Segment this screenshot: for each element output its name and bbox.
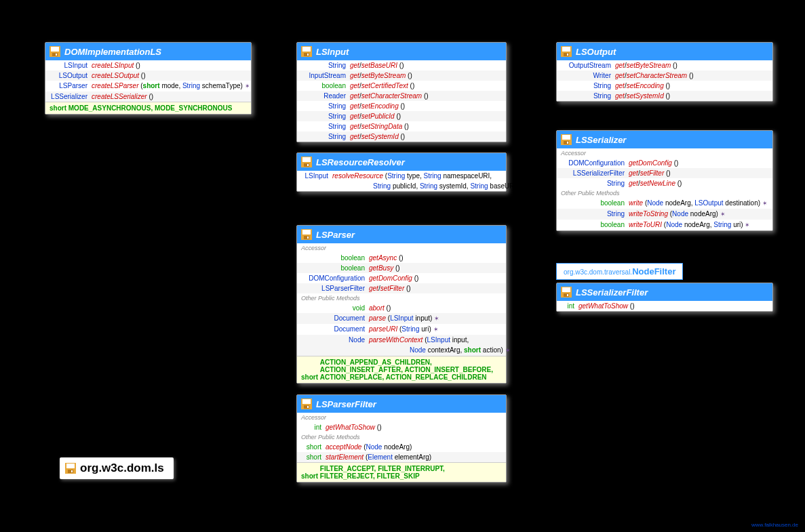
- disk-icon: [301, 157, 312, 167]
- signature: get/setFilter (): [369, 284, 502, 293]
- class-ls-parser: LSParser Accessor booleangetAsync ()bool…: [296, 225, 507, 384]
- return-type: LSOutput: [50, 71, 92, 80]
- signature: getBusy (): [369, 264, 502, 272]
- signature: get/setPublicId (): [350, 112, 502, 121]
- signature: parseURI (String uri) ✶: [369, 325, 502, 334]
- method-row: Stringget/setEncoding (): [297, 101, 506, 111]
- method-row: voidabort (): [297, 303, 506, 313]
- signature: getWhatToShow (): [578, 302, 768, 310]
- signature: write (Node nodeArg, LSOutput destinatio…: [629, 199, 768, 208]
- disk-icon: [50, 46, 60, 57]
- section-accessor: Accessor: [557, 148, 772, 158]
- return-type: DOMConfiguration: [561, 159, 629, 167]
- signature: get/setSystemId (): [615, 91, 768, 100]
- method-row: LSInputresolveResource (String type, Str…: [297, 171, 506, 181]
- disk-icon: [301, 229, 312, 240]
- method-row: booleangetBusy (): [297, 263, 506, 273]
- signature: parse (LSInput input) ✶: [369, 314, 502, 323]
- method-row: Writerget/setCharacterStream (): [557, 70, 772, 81]
- signature: get/setCharacterStream (): [615, 71, 768, 80]
- return-type: String: [561, 81, 615, 90]
- method-list: voidabort ()Documentparse (LSInput input…: [297, 303, 506, 356]
- return-type: Node: [301, 335, 369, 344]
- signature: getAsync (): [369, 253, 502, 262]
- method-list: DOMConfigurationgetDomConfig ()LSSeriali…: [557, 158, 772, 188]
- return-type: boolean: [301, 264, 369, 272]
- return-type: String: [561, 179, 629, 188]
- method-row: StringwriteToString (Node nodeArg) ✶: [557, 209, 772, 220]
- class-header: LSParser: [297, 226, 506, 243]
- section-other: Other Public Methods: [297, 293, 506, 303]
- method-row: InputStreamget/setByteStream (): [297, 70, 506, 81]
- method-list: LSInputresolveResource (String type, Str…: [297, 171, 506, 191]
- return-type: LSParser: [50, 81, 92, 91]
- method-list: OutputStreamget/setByteStream ()Writerge…: [557, 60, 772, 101]
- return-type: int: [301, 423, 326, 432]
- method-row: Readerget/setCharacterStream (): [297, 91, 506, 101]
- constants-block: short MODE_ASYNCHRONOUS, MODE_SYNCHRONOU…: [45, 102, 251, 114]
- return-type: short: [301, 443, 326, 451]
- method-row: booleanwriteToURI (Node nodeArg, String …: [557, 220, 772, 230]
- signature: get/setCertifiedText (): [350, 81, 502, 90]
- return-type: boolean: [301, 253, 369, 262]
- method-row: Documentparse (LSInput input) ✶: [297, 313, 506, 324]
- section-accessor: Accessor: [297, 243, 506, 253]
- method-row: LSParserFilterget/setFilter (): [297, 283, 506, 293]
- signature: getDomConfig (): [629, 159, 768, 167]
- return-type: LSParserFilter: [301, 284, 369, 293]
- class-title: LSParser: [316, 230, 355, 240]
- constants-block: short ACTION_APPEND_AS_CHILDREN, ACTION_…: [297, 356, 506, 383]
- class-header: LSParserFilter: [297, 395, 506, 413]
- method-list: Stringget/setBaseURI ()InputStreamget/se…: [297, 60, 506, 142]
- signature: get/setSystemId (): [350, 132, 502, 141]
- method-row: LSParsercreateLSParser (short mode, Stri…: [45, 81, 251, 91]
- method-row: DOMConfigurationgetDomConfig (): [557, 158, 772, 168]
- class-ls-serializer: LSSerializer Accessor DOMConfigurationge…: [556, 130, 773, 231]
- method-row: Stringget/setNewLine (): [557, 178, 772, 188]
- return-type: String: [301, 132, 350, 141]
- method-row: LSSerializerFilterget/setFilter (): [557, 168, 772, 178]
- method-row-continuation: Node contextArg, short action) ✶: [297, 345, 506, 356]
- method-row: Stringget/setEncoding (): [557, 81, 772, 91]
- signature: createLSInput (): [92, 61, 247, 70]
- return-type: String: [301, 112, 350, 121]
- return-type: boolean: [561, 220, 629, 230]
- signature: get/setFilter (): [629, 169, 768, 178]
- class-title: DOMImplementationLS: [64, 47, 161, 57]
- signature: acceptNode (Node nodeArg): [326, 443, 502, 451]
- signature: get/setEncoding (): [615, 81, 768, 90]
- return-type: Writer: [561, 71, 615, 80]
- method-row: booleangetAsync (): [297, 253, 506, 263]
- ref-class: NodeFilter: [632, 266, 675, 277]
- class-header: LSOutput: [557, 43, 772, 60]
- method-list: intgetWhatToShow (): [297, 422, 506, 432]
- class-title: LSParserFilter: [316, 399, 376, 409]
- disk-icon: [65, 463, 76, 474]
- ref-pkg: org.w3c.dom.traversal.: [564, 268, 632, 276]
- section-other: Other Public Methods: [557, 188, 772, 198]
- class-header: LSInput: [297, 43, 506, 60]
- method-row: LSInputcreateLSInput (): [45, 60, 251, 70]
- disk-icon: [561, 287, 572, 298]
- method-row: DocumentparseURI (String uri) ✶: [297, 324, 506, 335]
- signature: get/setEncoding (): [350, 102, 502, 110]
- signature: get/setByteStream (): [350, 71, 502, 80]
- class-header: LSResourceResolver: [297, 153, 506, 171]
- ref-nodefilter: org.w3c.dom.traversal.NodeFilter: [556, 263, 683, 280]
- method-row: OutputStreamget/setByteStream (): [557, 60, 772, 70]
- return-type: Document: [301, 314, 369, 323]
- method-list: LSInputcreateLSInput ()LSOutputcreateLSO…: [45, 60, 251, 102]
- signature: get/setBaseURI (): [350, 61, 502, 70]
- return-type: short: [301, 453, 326, 462]
- class-ls-serializer-filter: LSSerializerFilter intgetWhatToShow (): [556, 283, 773, 312]
- signature: createLSSerializer (): [92, 92, 247, 101]
- return-type: void: [301, 304, 369, 312]
- disk-icon: [561, 46, 572, 57]
- watermark: www.falkhausen.de: [751, 522, 798, 528]
- return-type: Reader: [301, 91, 350, 100]
- signature: get/setNewLine (): [629, 179, 768, 188]
- class-ls-input: LSInput Stringget/setBaseURI ()InputStre…: [296, 42, 507, 142]
- signature: get/setByteStream (): [615, 61, 768, 70]
- return-type: InputStream: [301, 71, 350, 80]
- class-header: LSSerializerFilter: [557, 283, 772, 301]
